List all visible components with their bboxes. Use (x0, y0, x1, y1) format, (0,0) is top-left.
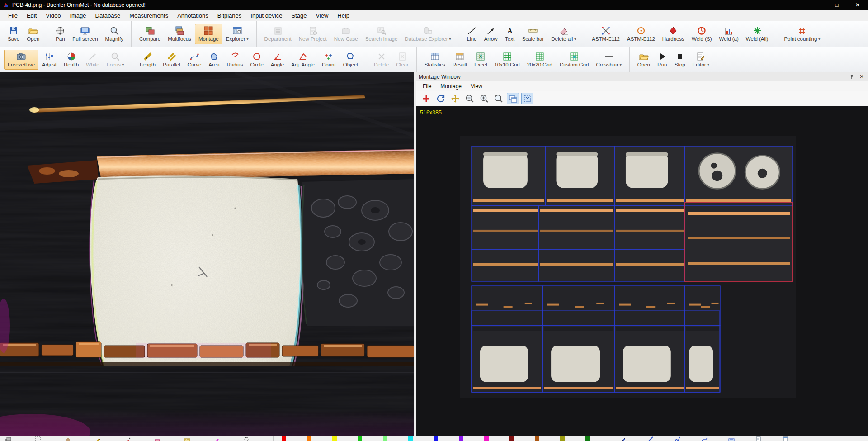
montage-tool-add-tile[interactable] (420, 93, 432, 104)
color-swatch[interactable] (383, 436, 387, 441)
ribbon-button-open[interactable]: Open (634, 50, 654, 70)
montage-tool-cascade-view[interactable] (507, 93, 519, 104)
color-swatch[interactable] (484, 436, 489, 441)
montage-menu-montage[interactable]: Montage (436, 82, 466, 90)
color-swatch[interactable] (585, 436, 590, 441)
ribbon-button-editor[interactable]: Editor▾ (689, 50, 713, 70)
specimen-image-pane[interactable] (0, 72, 414, 436)
curve-blue-icon[interactable] (701, 436, 708, 441)
ribbon-button-stop[interactable]: Stop (671, 50, 689, 70)
menu-file[interactable]: File (4, 11, 22, 20)
menu-measurements[interactable]: Measurements (125, 11, 173, 20)
menu-bitplanes[interactable]: Bitplanes (213, 11, 246, 20)
color-swatch[interactable] (307, 436, 311, 441)
ribbon-button-weld-s[interactable]: Weld (S) (688, 24, 716, 44)
color-swatch[interactable] (434, 436, 438, 441)
eraser-icon[interactable] (154, 436, 161, 441)
menu-image[interactable]: Image (65, 11, 90, 20)
line-blue-icon[interactable] (646, 436, 654, 441)
select-icon[interactable] (34, 436, 42, 441)
color-swatch[interactable] (509, 436, 514, 441)
doc-icon[interactable] (755, 436, 762, 441)
ruler-blue-icon[interactable] (728, 436, 735, 441)
ribbon-button-length[interactable]: Length (136, 50, 159, 70)
ribbon-button-magnify[interactable]: Magnify (102, 24, 127, 44)
montage-canvas[interactable]: 516x385 (416, 106, 868, 436)
ribbon-button-count[interactable]: Count (318, 50, 340, 70)
ribbon-button-20x20-grid[interactable]: 20x20 Grid (524, 50, 556, 70)
menu-help[interactable]: Help (333, 11, 354, 20)
ribbon-button-radius[interactable]: Radius (223, 50, 247, 70)
ribbon-button-run[interactable]: Run (654, 50, 671, 70)
polyline-blue-icon[interactable] (674, 436, 681, 441)
ribbon-button-adj-angle[interactable]: Adj. Angle (288, 50, 318, 70)
pin-icon[interactable] (848, 73, 856, 81)
montage-tool-reset-rotation[interactable] (434, 93, 447, 104)
ribbon-button-astm-e112[interactable]: ASTM-E112 (588, 24, 623, 44)
ruler-icon[interactable] (184, 436, 191, 441)
ribbon-button-astm-e112[interactable]: ASTM-E112 (623, 24, 659, 44)
menu-input-device[interactable]: Input device (246, 11, 287, 20)
ribbon-button-curve[interactable]: Curve (184, 50, 205, 70)
ribbon-button-pan[interactable]: Pan (52, 24, 69, 44)
ribbon-button-area[interactable]: Area (205, 50, 223, 70)
ribbon-button-adjust[interactable]: Adjust (38, 50, 60, 70)
pen-icon[interactable] (94, 436, 101, 441)
color-swatch[interactable] (282, 436, 286, 441)
montage-tool-zoom-full[interactable] (492, 93, 505, 104)
montage-tool-zoom-in[interactable] (478, 93, 490, 104)
montage-tool-expand-view[interactable] (521, 93, 533, 104)
ribbon-button-multifocus[interactable]: Multifocus (164, 24, 195, 44)
ribbon-button-delete-all[interactable]: Delete all▾ (547, 24, 580, 44)
hand-icon[interactable] (64, 436, 71, 441)
color-swatch[interactable] (459, 436, 463, 441)
ribbon-button-circle[interactable]: Circle (246, 50, 267, 70)
ribbon-button-freeze-live[interactable]: Freeze/Live (4, 50, 38, 70)
ribbon-button-10x10-grid[interactable]: 10x10 Grid (491, 50, 523, 70)
ribbon-button-line[interactable]: Line (463, 24, 481, 44)
ribbon-button-arrow[interactable]: Arrow (481, 24, 501, 44)
ribbon-button-weld-all[interactable]: Weld (All) (742, 24, 772, 44)
ribbon-button-point-counting[interactable]: Point counting▾ (780, 24, 824, 44)
ribbon-button-object[interactable]: Object (340, 50, 362, 70)
ribbon-button-result[interactable]: Result (449, 50, 471, 70)
doc2-icon[interactable] (782, 436, 789, 441)
ribbon-button-scale-bar[interactable]: Scale bar (519, 24, 548, 44)
layers-icon[interactable] (5, 436, 12, 441)
color-swatch[interactable] (535, 436, 539, 441)
ribbon-button-hardness[interactable]: Hardness (659, 24, 688, 44)
ribbon-button-save[interactable]: Save (4, 24, 23, 44)
montage-menu-file[interactable]: File (418, 82, 436, 90)
menu-video[interactable]: Video (41, 11, 65, 20)
color-swatch[interactable] (408, 436, 413, 441)
ribbon-button-open[interactable]: Open (23, 24, 43, 44)
ribbon-button-compare[interactable]: Compare (136, 24, 164, 44)
close-button[interactable]: ✕ (847, 0, 868, 10)
ribbon-button-weld-a[interactable]: Weld (a) (716, 24, 742, 44)
ribbon-button-full-screen[interactable]: Full screen (69, 24, 101, 44)
montage-menu-view[interactable]: View (466, 82, 487, 90)
color-swatch[interactable] (358, 436, 362, 441)
montage-tool-pan-stage[interactable] (449, 93, 461, 104)
menu-edit[interactable]: Edit (22, 11, 41, 20)
ribbon-button-custom-grid[interactable]: Custom Grid (556, 50, 593, 70)
brush-icon[interactable] (124, 436, 131, 441)
ribbon-button-statistics[interactable]: Statistics (421, 50, 449, 70)
minimize-button[interactable]: – (806, 0, 826, 10)
ribbon-button-explorer[interactable]: Explorer▾ (222, 24, 252, 44)
ribbon-button-excel[interactable]: XExcel (471, 50, 491, 70)
ribbon-button-health[interactable]: Health (60, 50, 82, 70)
color-swatch[interactable] (560, 436, 565, 441)
menu-database[interactable]: Database (91, 11, 125, 20)
maximize-button[interactable]: □ (826, 0, 847, 10)
menu-stage[interactable]: Stage (287, 11, 311, 20)
marker-icon[interactable] (213, 436, 221, 441)
ribbon-button-parallel[interactable]: Parallel (159, 50, 184, 70)
color-swatch[interactable] (332, 436, 337, 441)
ribbon-button-angle[interactable]: Angle (267, 50, 288, 70)
menu-annotations[interactable]: Annotations (173, 11, 213, 20)
ribbon-button-montage[interactable]: Montage (195, 24, 222, 44)
montage-close-button[interactable]: ✕ (858, 73, 866, 81)
montage-tool-zoom-out[interactable] (463, 93, 476, 104)
menu-view[interactable]: View (311, 11, 333, 20)
